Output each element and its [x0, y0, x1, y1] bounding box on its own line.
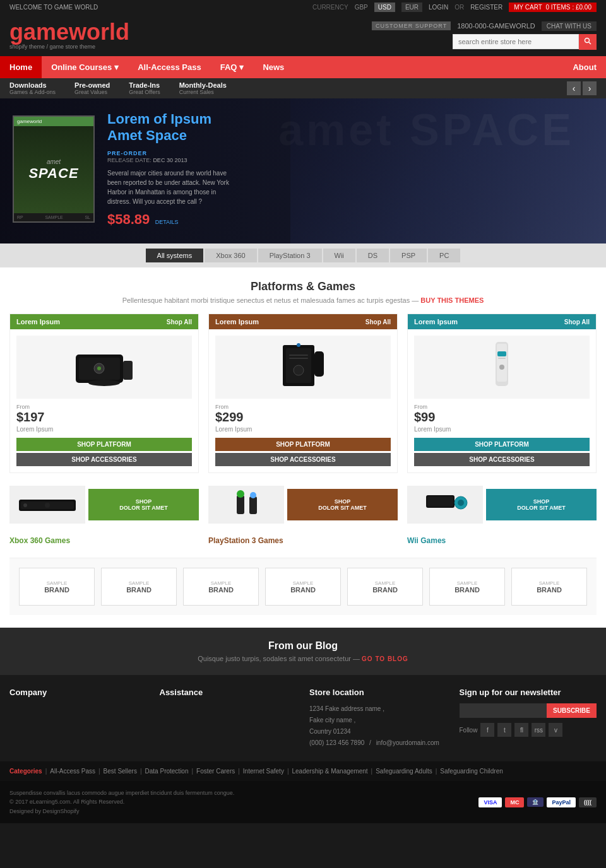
hero-content: gameworld amet SPACE RPSAMPLESL Lorem of…: [0, 98, 606, 240]
nav-about[interactable]: About: [563, 56, 606, 78]
subscribe-button[interactable]: SUBSCRIBE: [547, 703, 597, 718]
platform-ps3: Lorem Ipsum Shop All: [208, 314, 398, 473]
xbox-dolor-button[interactable]: SHOP DOLOR SIT AMET: [88, 489, 199, 520]
nav-all-access[interactable]: All-Access Pass: [128, 56, 210, 78]
svg-rect-13: [314, 351, 324, 377]
game-cover-header: gameworld: [14, 117, 93, 126]
cat-best-sellers[interactable]: Best Sellers: [104, 768, 137, 775]
nav-news[interactable]: News: [253, 56, 294, 78]
vimeo-icon[interactable]: v: [549, 723, 562, 737]
main-nav: Home Online Courses ▾ All-Access Pass FA…: [0, 56, 606, 78]
ps3-dolor-button[interactable]: SHOP DOLOR SIT AMET: [287, 489, 398, 520]
xbox-accessory-image: [9, 486, 85, 524]
nav-home[interactable]: Home: [0, 56, 42, 78]
footer-bottom: Suspendisse convallis lacus commodo augu…: [0, 781, 606, 823]
login-link[interactable]: LOGIN: [429, 4, 448, 11]
ps3-shop-platform-button[interactable]: SHOP PLATFORM: [215, 438, 391, 451]
svg-rect-6: [123, 361, 133, 380]
wii-games-link[interactable]: Wii Games: [407, 536, 597, 545]
go-blog-link[interactable]: GO TO BLOG: [362, 655, 408, 662]
brand-3[interactable]: SAMPLEBRAND: [183, 568, 259, 606]
register-link[interactable]: REGISTER: [470, 4, 502, 11]
brand-7[interactable]: SAMPLEBRAND: [511, 568, 587, 606]
sub-nav-downloads[interactable]: Downloads Games & Add-ons: [9, 81, 56, 95]
buy-themes-link[interactable]: BUY THIS THEMES: [420, 296, 484, 304]
hero-price: $58.89: [107, 211, 150, 227]
svg-rect-16: [497, 344, 507, 382]
ps3-shop-accessories-button[interactable]: SHOP ACCESSORIES: [215, 453, 391, 466]
cat-internet-safety[interactable]: Internet Safety: [243, 768, 284, 775]
support-label: CUSTOMER SUPPORT: [372, 21, 451, 30]
svg-point-0: [585, 38, 590, 42]
store-country: Country 01234: [309, 726, 447, 737]
xbox-image: [16, 336, 192, 399]
hero-arrows: ‹ ›: [567, 81, 597, 95]
wii-shop-accessories-button[interactable]: SHOP ACCESSORIES: [414, 453, 590, 466]
cat-leadership[interactable]: Leadership & Management: [292, 768, 368, 775]
wii-shop-platform-button[interactable]: SHOP PLATFORM: [414, 438, 590, 451]
xbox-shop-accessories-button[interactable]: SHOP ACCESSORIES: [16, 453, 192, 466]
svg-point-31: [458, 500, 464, 506]
platforms-grid: Lorem Ipsum Shop All: [9, 314, 597, 473]
systems-tabs: All systems Xbox 360 PlayStation 3 Wii D…: [0, 243, 606, 267]
xbox-shop-platform-button[interactable]: SHOP PLATFORM: [16, 438, 192, 451]
tab-wii[interactable]: Wii: [323, 249, 355, 262]
tab-all-systems[interactable]: All systems: [146, 249, 204, 262]
xbox-kinect-svg: [16, 492, 79, 517]
brand-4[interactable]: SAMPLEBRAND: [265, 568, 341, 606]
brand-6[interactable]: SAMPLEBRAND: [429, 568, 505, 606]
newsletter-input[interactable]: [460, 703, 547, 718]
logo[interactable]: gameworld: [9, 21, 129, 44]
ps3-games-link[interactable]: PlayStation 3 Games: [208, 536, 398, 545]
rss-icon[interactable]: rss: [532, 723, 545, 737]
hero-pre-order: PRE-ORDER: [107, 148, 240, 157]
brand-5[interactable]: SAMPLEBRAND: [347, 568, 423, 606]
welcome-text: WELCOME TO GAME WORLD: [9, 4, 98, 11]
tab-psp[interactable]: PSP: [390, 249, 427, 262]
cart-info[interactable]: MY CART 0 ITEMS: £0.00: [509, 3, 597, 12]
facebook-icon[interactable]: f: [480, 723, 494, 737]
logo-area: gameworld shopify theme / game store the…: [9, 21, 129, 50]
cat-all-access[interactable]: All-Access Pass: [50, 768, 95, 775]
xbox-games-link[interactable]: Xbox 360 Games: [9, 536, 199, 545]
tab-playstation3[interactable]: PlayStation 3: [258, 249, 322, 262]
currency-gbp[interactable]: GBP: [355, 4, 368, 11]
hero-details-link[interactable]: DETAILS: [155, 219, 179, 225]
search-button[interactable]: [579, 34, 597, 50]
currency-eur[interactable]: EUR: [401, 3, 422, 12]
visa-icon: VISA: [478, 797, 502, 807]
tab-xbox360[interactable]: Xbox 360: [205, 249, 256, 262]
accessories-grid: SHOP DOLOR SIT AMET SHOP DOLOR SIT AMET: [9, 486, 597, 524]
newsletter-form: SUBSCRIBE: [460, 703, 597, 718]
wii-accessory-image: [407, 486, 483, 524]
nav-faq[interactable]: FAQ ▾: [211, 56, 254, 78]
flickr-icon[interactable]: fl: [514, 723, 528, 737]
sub-nav-monthly-deals[interactable]: Monthly-Deals Current Sales: [179, 81, 227, 95]
hero-info: Lorem of Ipsum Amet Space PRE-ORDER RELE…: [107, 111, 240, 228]
footer-store: Store location 1234 Fake address name , …: [309, 688, 447, 749]
sub-nav-pre-owned[interactable]: Pre-owned Great Values: [74, 81, 110, 95]
footer-assistance: Assistance: [160, 688, 297, 749]
top-bar: WELCOME TO GAME WORLD CURRENCY GBP USD E…: [0, 0, 606, 15]
currency-usd[interactable]: USD: [374, 3, 395, 12]
cat-data-protection[interactable]: Data Protection: [145, 768, 189, 775]
tab-ds[interactable]: DS: [357, 249, 389, 262]
svg-point-22: [23, 503, 27, 507]
platform-xbox-header: Lorem Ipsum Shop All: [10, 314, 198, 329]
sub-nav-trade-ins[interactable]: Trade-Ins Great Offers: [129, 81, 160, 95]
hero-release: RELEASE DATE: DEC 30 2013: [107, 157, 240, 163]
hero-prev-button[interactable]: ‹: [567, 81, 581, 95]
cat-foster-carers[interactable]: Foster Carers: [196, 768, 235, 775]
brand-1[interactable]: SAMPLEBRAND: [19, 568, 95, 606]
cat-safeguarding-children[interactable]: Safeguarding Children: [440, 768, 503, 775]
nav-online-courses[interactable]: Online Courses ▾: [42, 56, 128, 78]
chat-button[interactable]: CHAT WITH US: [542, 21, 597, 31]
search-input[interactable]: [453, 34, 579, 49]
mastercard-icon: MC: [505, 797, 524, 807]
brand-2[interactable]: SAMPLEBRAND: [101, 568, 177, 606]
hero-next-button[interactable]: ›: [583, 81, 597, 95]
tab-pc[interactable]: PC: [428, 249, 460, 262]
twitter-icon[interactable]: t: [497, 723, 511, 737]
wii-dolor-button[interactable]: SHOP DOLOR SIT AMET: [486, 489, 597, 520]
cat-safeguarding-adults[interactable]: Safeguarding Adults: [376, 768, 432, 775]
